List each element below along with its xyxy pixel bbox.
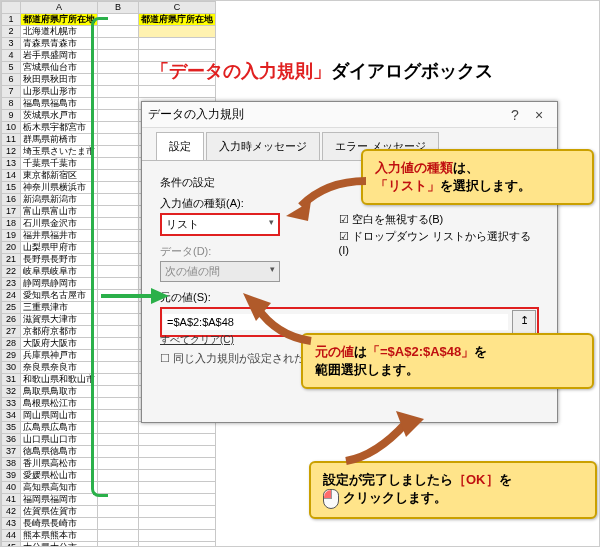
cell-a[interactable]: 滋賀県大津市 bbox=[21, 314, 98, 326]
in-cell-dropdown-checkbox[interactable]: ☑ ドロップダウン リストから選択する(I) bbox=[339, 229, 540, 256]
cell-a[interactable]: 山形県山形市 bbox=[21, 86, 98, 98]
cell-a[interactable]: 徳島県徳島市 bbox=[21, 446, 98, 458]
cell-c[interactable] bbox=[139, 506, 216, 518]
row-header: 33 bbox=[2, 398, 21, 410]
callout-source-range: 元の値は「=$A$2:$A$48」を 範囲選択します。 bbox=[301, 333, 594, 389]
cell-a[interactable]: 和歌山県和歌山市 bbox=[21, 374, 98, 386]
cell-a[interactable]: 新潟県新潟市 bbox=[21, 194, 98, 206]
row-header: 42 bbox=[2, 506, 21, 518]
row-header: 38 bbox=[2, 458, 21, 470]
cell-c[interactable] bbox=[139, 530, 216, 542]
cell-a[interactable]: 静岡県静岡市 bbox=[21, 278, 98, 290]
cell-c[interactable] bbox=[139, 422, 216, 434]
dialog-title: データの入力規則 bbox=[148, 106, 244, 123]
cell-a[interactable]: 岡山県岡山市 bbox=[21, 410, 98, 422]
cell-c[interactable] bbox=[139, 494, 216, 506]
tab-settings[interactable]: 設定 bbox=[156, 132, 204, 160]
cell-c1[interactable]: 都道府県庁所在地 bbox=[139, 14, 216, 26]
cell-c[interactable] bbox=[139, 434, 216, 446]
row-header: 31 bbox=[2, 374, 21, 386]
cell-a[interactable]: 大阪府大阪市 bbox=[21, 338, 98, 350]
cell-b[interactable] bbox=[98, 506, 139, 518]
tab-input-message[interactable]: 入力時メッセージ bbox=[206, 132, 320, 160]
cell-a[interactable]: 神奈川県横浜市 bbox=[21, 182, 98, 194]
cell-a[interactable]: 北海道札幌市 bbox=[21, 26, 98, 38]
cell-a[interactable]: 青森県青森市 bbox=[21, 38, 98, 50]
cell-a[interactable]: 兵庫県神戸市 bbox=[21, 350, 98, 362]
cell-a[interactable]: 群馬県前橋市 bbox=[21, 134, 98, 146]
ignore-blank-checkbox[interactable]: ☑ 空白を無視する(B) bbox=[339, 212, 540, 227]
cell-a[interactable]: 千葉県千葉市 bbox=[21, 158, 98, 170]
cell-a[interactable]: 奈良県奈良市 bbox=[21, 362, 98, 374]
cell-a[interactable]: 山口県山口市 bbox=[21, 434, 98, 446]
cell-a[interactable]: 長崎県長崎市 bbox=[21, 518, 98, 530]
chevron-down-icon: ▾ bbox=[269, 217, 274, 227]
cell-c[interactable] bbox=[139, 458, 216, 470]
data-select: 次の値の間▾ bbox=[160, 261, 280, 282]
cell-c[interactable] bbox=[139, 38, 216, 50]
table-row: 41福岡県福岡市 bbox=[2, 494, 216, 506]
cell-a[interactable]: 茨城県水戸市 bbox=[21, 110, 98, 122]
cell-a[interactable]: 栃木県宇都宮市 bbox=[21, 122, 98, 134]
table-row: 42佐賀県佐賀市 bbox=[2, 506, 216, 518]
cell-a1[interactable]: 都道府県庁所在地 bbox=[21, 14, 98, 26]
cell-a[interactable]: 福島県福島市 bbox=[21, 98, 98, 110]
cell-a[interactable]: 京都府京都市 bbox=[21, 326, 98, 338]
cell-c[interactable] bbox=[139, 446, 216, 458]
row-header: 17 bbox=[2, 206, 21, 218]
allow-select[interactable]: リスト▾ bbox=[160, 213, 280, 236]
cell-a[interactable]: 愛媛県松山市 bbox=[21, 470, 98, 482]
data-label: データ(D): bbox=[160, 244, 309, 259]
cell-a[interactable]: 鳥取県鳥取市 bbox=[21, 386, 98, 398]
cell-a[interactable]: 高知県高知市 bbox=[21, 482, 98, 494]
cell-c[interactable] bbox=[139, 482, 216, 494]
cell-a[interactable]: 熊本県熊本市 bbox=[21, 530, 98, 542]
allow-label: 入力値の種類(A): bbox=[160, 196, 309, 211]
callout3-d: クリックします。 bbox=[343, 491, 447, 506]
cell-b[interactable] bbox=[98, 530, 139, 542]
row-header: 5 bbox=[2, 62, 21, 74]
cell-a[interactable]: 岩手県盛岡市 bbox=[21, 50, 98, 62]
range-bracket bbox=[91, 17, 108, 497]
cell-c[interactable] bbox=[139, 26, 216, 38]
cell-a[interactable]: 大分県大分市 bbox=[21, 542, 98, 548]
callout2-a: 元の値 bbox=[315, 344, 354, 359]
cell-c[interactable] bbox=[139, 86, 216, 98]
col-header-row: A B C bbox=[2, 2, 216, 14]
row-header: 28 bbox=[2, 338, 21, 350]
cell-a[interactable]: 宮城県仙台市 bbox=[21, 62, 98, 74]
cell-a[interactable]: 長野県長野市 bbox=[21, 254, 98, 266]
cell-a[interactable]: 佐賀県佐賀市 bbox=[21, 506, 98, 518]
cell-a[interactable]: 石川県金沢市 bbox=[21, 218, 98, 230]
cell-c[interactable] bbox=[139, 470, 216, 482]
cell-a[interactable]: 秋田県秋田市 bbox=[21, 74, 98, 86]
cell-a[interactable]: 福岡県福岡市 bbox=[21, 494, 98, 506]
cell-a[interactable]: 三重県津市 bbox=[21, 302, 98, 314]
cell-c[interactable] bbox=[139, 518, 216, 530]
table-row: 40高知県高知市 bbox=[2, 482, 216, 494]
table-row: 38香川県高松市 bbox=[2, 458, 216, 470]
cell-a[interactable]: 岐阜県岐阜市 bbox=[21, 266, 98, 278]
cell-b[interactable] bbox=[98, 518, 139, 530]
cell-a[interactable]: 広島県広島市 bbox=[21, 422, 98, 434]
callout1-b: は、 bbox=[453, 160, 479, 175]
row-header: 22 bbox=[2, 266, 21, 278]
cell-a[interactable]: 島根県松江市 bbox=[21, 398, 98, 410]
cell-a[interactable]: 埼玉県さいたま市 bbox=[21, 146, 98, 158]
cell-a[interactable]: 東京都新宿区 bbox=[21, 170, 98, 182]
cell-a[interactable]: 富山県富山市 bbox=[21, 206, 98, 218]
cell-b[interactable] bbox=[98, 542, 139, 548]
table-row: 37徳島県徳島市 bbox=[2, 446, 216, 458]
help-icon[interactable]: ? bbox=[503, 107, 527, 123]
callout3-a: 設定が完了しましたら bbox=[323, 472, 453, 487]
cell-a[interactable]: 福井県福井市 bbox=[21, 230, 98, 242]
cell-a[interactable]: 山梨県甲府市 bbox=[21, 242, 98, 254]
row-header: 15 bbox=[2, 182, 21, 194]
clear-all-link[interactable]: すべてクリア(C) bbox=[160, 333, 234, 356]
row-header: 9 bbox=[2, 110, 21, 122]
row-header: 37 bbox=[2, 446, 21, 458]
cell-a[interactable]: 愛知県名古屋市 bbox=[21, 290, 98, 302]
cell-c[interactable] bbox=[139, 542, 216, 548]
cell-a[interactable]: 香川県高松市 bbox=[21, 458, 98, 470]
close-icon[interactable]: × bbox=[527, 107, 551, 123]
